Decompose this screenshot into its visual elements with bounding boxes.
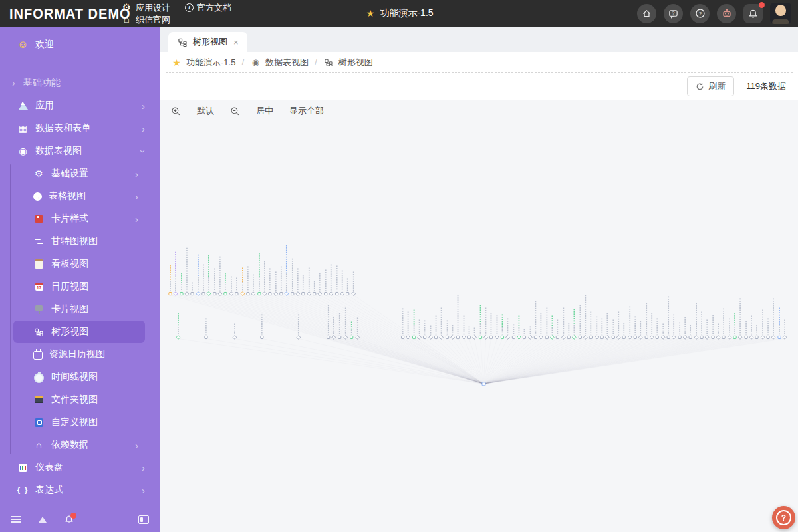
tree-node[interactable] <box>539 335 543 339</box>
feedback-button[interactable]: ? <box>664 4 683 23</box>
tree-node[interactable] <box>280 292 283 295</box>
refresh-button[interactable]: 刷新 <box>687 76 734 96</box>
nav-app-design[interactable]: ⚙ 应用设计 <box>121 2 170 13</box>
sidebar-item-table-views[interactable]: ◉数据表视图› <box>0 140 160 162</box>
tree-node[interactable] <box>678 336 681 338</box>
tree-node[interactable] <box>600 336 603 338</box>
tree-node[interactable] <box>318 292 322 296</box>
tree-node[interactable] <box>196 292 200 296</box>
tree-node[interactable] <box>180 292 183 295</box>
sidebar-item-custom-view[interactable]: 自定义视图 <box>13 411 145 434</box>
tree-node[interactable] <box>261 336 263 338</box>
center-button[interactable]: 居中 <box>256 105 273 117</box>
tree-node[interactable] <box>296 292 300 296</box>
tree-node[interactable] <box>218 292 222 296</box>
tree-node[interactable] <box>451 335 455 339</box>
tree-node[interactable] <box>402 336 404 338</box>
sidebar-item-card-style[interactable]: 卡片样式› <box>13 207 145 230</box>
tree-node[interactable] <box>473 335 477 339</box>
notifications-button[interactable] <box>743 4 763 23</box>
tree-node[interactable] <box>523 336 525 338</box>
sidebar-item-welcome[interactable]: ☺欢迎 <box>0 33 160 56</box>
tree-node[interactable] <box>325 292 327 295</box>
tree-node[interactable] <box>479 336 481 338</box>
tree-node[interactable] <box>336 292 338 295</box>
tree-node[interactable] <box>423 336 426 338</box>
tree-node[interactable] <box>700 336 703 338</box>
tree-node[interactable] <box>446 336 448 338</box>
sidebar-item-folder-view[interactable]: 文件夹视图 <box>13 388 145 411</box>
tree-node[interactable] <box>413 336 416 338</box>
tree-node[interactable] <box>297 335 301 339</box>
zoom-in-button[interactable] <box>171 106 181 116</box>
tree-node[interactable] <box>434 336 437 338</box>
tree-node[interactable] <box>263 292 267 296</box>
nav-official-site[interactable]: ⌂ 织信官网 <box>121 14 170 25</box>
tree-node[interactable] <box>346 292 349 295</box>
tree-node[interactable] <box>722 336 725 338</box>
support-fab[interactable] <box>772 506 795 529</box>
tree-node[interactable] <box>327 336 330 338</box>
sidebar-item-resource-calendar-view[interactable]: 资源日历视图 <box>13 343 145 366</box>
home-button[interactable] <box>637 4 656 23</box>
tree-node[interactable] <box>628 335 632 339</box>
scroll-top-icon[interactable] <box>37 515 48 524</box>
tree-node[interactable] <box>512 336 515 338</box>
sidebar-item-dependent-data[interactable]: ⌂依赖数据› <box>13 434 145 456</box>
tree-node[interactable] <box>550 335 554 339</box>
sidebar-item-tree-view[interactable]: 树形视图 <box>13 321 145 343</box>
sidebar-item-tables-and-forms[interactable]: ▦数据表和表单› <box>0 117 160 140</box>
tree-node[interactable] <box>229 292 233 296</box>
tree-node[interactable] <box>285 292 289 296</box>
tree-node[interactable] <box>634 336 636 338</box>
tree-node[interactable] <box>456 336 459 338</box>
tree-node[interactable] <box>683 335 687 339</box>
sidebar-item-grid-view[interactable]: →表格视图› <box>13 185 145 207</box>
tree-node[interactable] <box>338 336 341 338</box>
tree-node[interactable] <box>489 336 492 338</box>
assistant-button[interactable] <box>717 4 736 23</box>
menu-collapse-icon[interactable] <box>11 515 21 524</box>
tree-node[interactable] <box>205 336 207 338</box>
tree-node[interactable] <box>213 292 216 295</box>
tree-node[interactable] <box>352 292 356 296</box>
nav-official-docs[interactable]: i 官方文档 <box>185 2 231 13</box>
tree-node[interactable] <box>638 335 642 339</box>
tree-node[interactable] <box>482 382 485 386</box>
tree-node[interactable] <box>174 292 178 296</box>
tree-view-canvas[interactable]: 默认 居中 显示全部 <box>160 100 798 532</box>
tree-node[interactable] <box>733 336 736 338</box>
tree-node[interactable] <box>501 336 503 338</box>
zoom-default-button[interactable]: 默认 <box>197 105 214 117</box>
tree-node[interactable] <box>258 292 261 295</box>
tree-node[interactable] <box>329 292 333 296</box>
tree-node[interactable] <box>672 335 676 339</box>
tree-node[interactable] <box>579 336 581 338</box>
sidebar-item-basic-settings[interactable]: ⚙基础设置› <box>13 162 145 185</box>
tree-node[interactable] <box>767 336 769 338</box>
tree-node[interactable] <box>650 335 654 339</box>
tree-node[interactable] <box>484 335 488 339</box>
tree-node[interactable] <box>583 335 587 339</box>
tree-node[interactable] <box>572 335 576 339</box>
tree-node[interactable] <box>495 335 499 339</box>
breadcrumb-item-workspace[interactable]: ★ 功能演示-1.5 <box>171 57 235 68</box>
tree-node[interactable] <box>656 336 658 338</box>
tree-node[interactable] <box>712 336 714 338</box>
tree-node[interactable] <box>622 336 625 338</box>
tree-node[interactable] <box>694 335 698 339</box>
tree-node[interactable] <box>169 292 172 295</box>
breadcrumb-item-table-views[interactable]: ◉ 数据表视图 <box>250 57 309 68</box>
tree-node[interactable] <box>429 335 433 339</box>
tree-node[interactable] <box>307 292 311 296</box>
sidebar-item-dashboard[interactable]: 仪表盘› <box>0 456 160 479</box>
bell-icon[interactable] <box>64 515 74 524</box>
tree-node[interactable] <box>612 336 614 338</box>
tree-node[interactable] <box>291 292 294 295</box>
tree-node[interactable] <box>202 292 205 295</box>
tree-node[interactable] <box>561 335 565 339</box>
collapse-panel-icon[interactable] <box>138 515 149 524</box>
tree-node[interactable] <box>567 336 570 338</box>
tree-node[interactable] <box>207 292 211 296</box>
app-logo[interactable]: INFORMAT DEMO <box>0 5 121 22</box>
